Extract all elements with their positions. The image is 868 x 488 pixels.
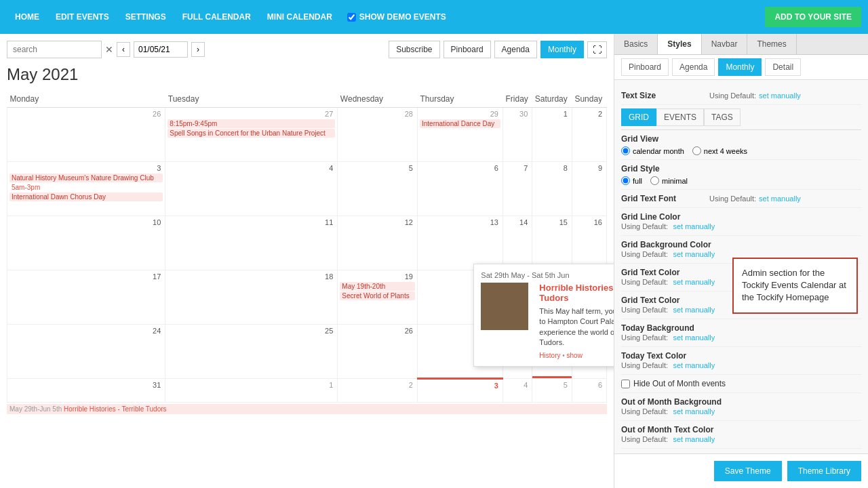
month-title: May 2021: [7, 65, 607, 84]
sub-tab-pinboard[interactable]: Pinboard: [621, 58, 669, 76]
bottom-event-link[interactable]: Horrible Histories - Terrible Tudors: [64, 405, 167, 413]
sub-tab-monthly[interactable]: Monthly: [718, 58, 762, 76]
popup-title[interactable]: Horrible Histories - Terrible Tudors: [539, 283, 614, 303]
out-of-month-bg-set-manually[interactable]: set manually: [673, 407, 715, 415]
grid-tab-grid[interactable]: GRID: [621, 108, 656, 126]
nav-settings[interactable]: SETTINGS: [117, 12, 174, 22]
top-nav: HOME EDIT EVENTS SETTINGS FULL CALENDAR …: [0, 0, 868, 34]
admin-tooltip-text: Admin section for the Tockify Events Cal…: [742, 268, 846, 302]
theme-library-button[interactable]: Theme Library: [787, 461, 861, 481]
list-item[interactable]: Spell Songs in Concert for the Urban Nat…: [167, 129, 335, 138]
list-item[interactable]: Secret World of Plants: [340, 291, 415, 300]
cell-may24: 24: [7, 325, 165, 379]
grid-view-setting: Grid View calendar month next 4 weeks: [621, 130, 861, 160]
tab-navbar[interactable]: Navbar: [702, 34, 748, 54]
agenda-view-button[interactable]: Agenda: [494, 41, 537, 58]
today-bg-value: Using Default:: [621, 333, 668, 342]
list-item[interactable]: International Dance Day: [420, 119, 500, 128]
col-wednesday: Wednesday: [338, 91, 418, 108]
grid-style-full[interactable]: full: [621, 176, 642, 185]
tab-basics[interactable]: Basics: [614, 34, 658, 54]
out-of-month-bg-setting: Out of Month Background Using Default: s…: [621, 393, 861, 421]
show-demo-checkbox[interactable]: [347, 13, 356, 22]
cell-may25: 25: [165, 325, 338, 379]
table-row: 26 27 8:15pm-9:45pm Spell Songs in Conce…: [7, 108, 607, 162]
popup-image: [481, 283, 528, 330]
grid-text-color2-set-manually[interactable]: set manually: [673, 306, 715, 314]
grid-line-color-set-manually[interactable]: set manually: [673, 222, 715, 230]
today-bg-set-manually[interactable]: set manually: [673, 333, 715, 342]
cell-may4: 4: [165, 162, 338, 216]
cell-may12: 12: [338, 216, 418, 270]
grid-bg-color-label: Grid Background Color: [621, 240, 711, 249]
grid-tab-tags[interactable]: TAGS: [704, 108, 741, 126]
right-panel: Basics Styles Navbar Themes Pinboard Age…: [614, 34, 868, 488]
grid-text-font-label: Grid Text Font: [621, 194, 709, 203]
nav-home[interactable]: HOME: [7, 12, 47, 22]
grid-bg-color-set-manually[interactable]: set manually: [673, 250, 715, 258]
list-item[interactable]: Natural History Museum's Nature Drawing …: [9, 174, 163, 182]
col-tuesday: Tuesday: [165, 91, 338, 108]
grid-view-next-4-weeks[interactable]: next 4 weeks: [692, 146, 747, 155]
cell-may16: 16: [572, 216, 606, 270]
grid-style-label: Grid Style: [621, 164, 709, 174]
sub-tab-detail[interactable]: Detail: [765, 58, 801, 76]
out-of-month-text-set-manually[interactable]: set manually: [673, 435, 715, 443]
today-text-color-set-manually[interactable]: set manually: [673, 361, 715, 369]
list-item[interactable]: 8:15pm-9:45pm: [167, 119, 335, 128]
prev-month-button[interactable]: ‹: [117, 42, 130, 57]
pinboard-view-button[interactable]: Pinboard: [443, 41, 491, 58]
subscribe-button[interactable]: Subscribe: [389, 41, 439, 58]
grid-bg-color-value: Using Default:: [621, 250, 668, 258]
out-of-month-text-color-label: Out of Month Text Color: [621, 425, 713, 434]
grid-style-minimal[interactable]: minimal: [650, 176, 688, 185]
hide-out-of-month-checkbox[interactable]: [621, 380, 630, 388]
grid-style-options: full minimal: [621, 176, 688, 185]
next-month-button[interactable]: ›: [191, 42, 205, 57]
cell-may10: 10: [7, 216, 165, 270]
text-size-set-manually[interactable]: set manually: [759, 92, 801, 100]
list-item[interactable]: 5am-3pm: [9, 183, 163, 192]
cell-jun3: 3: [417, 379, 502, 403]
table-row: 31 1 2 3 4 5 6: [7, 379, 607, 403]
popup-tags: History • show: [539, 352, 614, 359]
panel-footer: Save Theme Theme Library: [614, 453, 868, 488]
cell-may6: 6: [417, 162, 502, 216]
save-theme-button[interactable]: Save Theme: [714, 461, 782, 481]
add-to-site-button[interactable]: ADD TO YOUR SITE: [765, 7, 861, 27]
list-item[interactable]: International Dawn Chorus Day: [9, 192, 163, 201]
tab-styles[interactable]: Styles: [658, 34, 701, 54]
fullscreen-button[interactable]: ⛶: [587, 41, 607, 58]
monthly-view-button[interactable]: Monthly: [540, 41, 584, 58]
date-input[interactable]: [134, 41, 188, 58]
sub-tab-agenda[interactable]: Agenda: [672, 58, 715, 76]
popup-show-link[interactable]: show: [567, 352, 583, 359]
grid-text-color2-value: Using Default:: [621, 306, 668, 314]
cell-may19: 19 May 19th-20th Secret World of Plants …: [338, 270, 418, 325]
grid-tab-events[interactable]: EVENTS: [656, 108, 704, 126]
grid-view-label: Grid View: [621, 134, 709, 144]
nav-mini-calendar[interactable]: MINI CALENDAR: [259, 12, 340, 22]
col-saturday: Saturday: [532, 91, 572, 108]
cell-may11: 11: [165, 216, 338, 270]
grid-text-color1-set-manually[interactable]: set manually: [673, 278, 715, 286]
grid-text-font-set-manually[interactable]: set manually: [759, 195, 801, 203]
cell-jun5: 5: [532, 379, 572, 403]
show-demo-events[interactable]: SHOW DEMO EVENTS: [340, 12, 453, 22]
nav-edit-events[interactable]: EDIT EVENTS: [47, 12, 117, 22]
popup-description: This May half term, you're invited to Ha…: [539, 306, 614, 348]
cell-may7: 7: [502, 162, 532, 216]
cell-may31: 31: [7, 379, 165, 403]
list-item[interactable]: May 19th-20th: [340, 282, 415, 291]
clear-search-icon[interactable]: ✕: [105, 44, 113, 55]
search-input[interactable]: [7, 41, 102, 58]
popup-tag-history[interactable]: History: [539, 352, 560, 359]
tab-themes[interactable]: Themes: [747, 34, 796, 54]
grid-text-color1-label: Grid Text Color: [621, 268, 709, 277]
cell-apr27: 27 8:15pm-9:45pm Spell Songs in Concert …: [165, 108, 338, 162]
grid-view-calendar-month[interactable]: calendar month: [621, 146, 684, 155]
nav-full-calendar[interactable]: FULL CALENDAR: [174, 12, 259, 22]
admin-tooltip: Admin section for the Tockify Events Cal…: [732, 258, 858, 314]
cell-may8: 8: [532, 162, 572, 216]
grid-view-options: calendar month next 4 weeks: [621, 146, 747, 155]
